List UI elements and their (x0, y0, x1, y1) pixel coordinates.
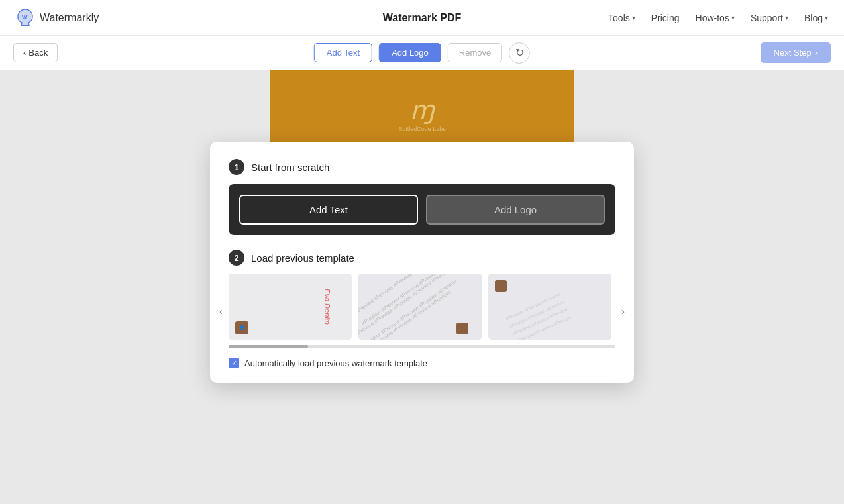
svg-text:W: W (22, 14, 28, 21)
step2-badge: 2 (229, 250, 244, 266)
logo-icon: W (16, 9, 34, 27)
checkbox-check-icon: ✓ (231, 360, 237, 367)
template-scrollbar-thumb (229, 345, 308, 348)
nav-howtos[interactable]: How-tos ▾ (696, 13, 735, 23)
logo-text: Watermarkly (40, 12, 99, 24)
navbar: W Watermarkly Watermark PDF Tools ▾ Pric… (0, 0, 844, 36)
section1-header: 1 Start from scratch (229, 159, 615, 175)
section2-header: 2 Load previous template (229, 250, 615, 266)
next-chevron-icon: › (815, 48, 818, 58)
gallery-arrow-right-icon[interactable]: › (621, 306, 625, 317)
back-chevron-icon: ‹ (23, 48, 26, 58)
nav-tools[interactable]: Tools ▾ (608, 13, 635, 23)
next-step-button[interactable]: Next Step › (761, 42, 831, 63)
popup-card: 1 Start from scratch Add Text Add Logo 2… (210, 142, 634, 383)
logo[interactable]: W Watermarkly (16, 9, 99, 27)
template2-row3: #Preview #Preview #Preview #Preview #Pre… (358, 274, 451, 338)
toolbar-add-text-button[interactable]: Add Text (314, 43, 372, 62)
toolbar-center-actions: Add Text Add Logo Remove ↻ (314, 42, 530, 64)
back-button[interactable]: ‹ Back (13, 43, 58, 62)
section1-label: Start from scratch (251, 162, 329, 173)
auto-load-row: ✓ Automatically load previous watermark … (229, 358, 615, 368)
nav-blog[interactable]: Blog ▾ (804, 13, 828, 23)
step1-badge: 1 (229, 159, 244, 175)
tools-chevron-icon: ▾ (632, 14, 635, 21)
template-gallery: 👤 Eva Denko #Preview #Preview #Preview #… (229, 274, 615, 340)
template-item-3[interactable]: #Preview #Preview #Preview #Preview #Pre… (488, 274, 611, 340)
toolbar-refresh-button[interactable]: ↻ (509, 42, 530, 64)
template3-avatar (495, 280, 507, 292)
template3-watermark: #Preview #Preview #Preview #Preview #Pre… (504, 274, 607, 340)
toolbar-add-logo-button[interactable]: Add Logo (379, 43, 441, 62)
template1-avatar: 👤 (235, 321, 248, 334)
template1-watermark-text: Eva Denko (323, 289, 331, 325)
gallery-arrow-left-icon[interactable]: ‹ (219, 306, 223, 317)
toolbar: ‹ Back Add Text Add Logo Remove ↻ Next S… (0, 36, 844, 70)
support-chevron-icon: ▾ (785, 14, 788, 21)
template2-avatar (456, 323, 468, 334)
action-add-text-button[interactable]: Add Text (239, 195, 418, 225)
pdf-brand-name: BottledCode Labs (398, 126, 446, 132)
howtos-chevron-icon: ▾ (731, 14, 735, 21)
template-gallery-container: ‹ 👤 Eva Denko #Preview #Preview #Preview… (229, 274, 615, 348)
template-item-1[interactable]: 👤 Eva Denko (229, 274, 352, 340)
main-content: ɱ BottledCode Labs October 2059 | Versio… (0, 70, 844, 504)
navbar-links: Tools ▾ Pricing How-tos ▾ Support ▾ Blog… (608, 13, 828, 23)
action-bar: Add Text Add Logo (229, 184, 615, 235)
auto-load-label: Automatically load previous watermark te… (244, 358, 427, 368)
section2-label: Load previous template (251, 252, 354, 264)
blog-chevron-icon: ▾ (825, 14, 828, 21)
template-item-2[interactable]: #Preview #Preview #Preview #Preview #Pre… (358, 274, 482, 340)
template-scrollbar[interactable] (229, 345, 615, 348)
auto-load-checkbox[interactable]: ✓ (229, 358, 239, 368)
navbar-center-title: Watermark PDF (383, 12, 462, 24)
nav-support[interactable]: Support ▾ (751, 13, 788, 23)
pdf-logo-mark: ɱ (410, 95, 435, 125)
refresh-icon: ↻ (515, 46, 524, 59)
toolbar-remove-button[interactable]: Remove (448, 43, 502, 62)
action-add-logo-button[interactable]: Add Logo (426, 195, 605, 225)
nav-pricing[interactable]: Pricing (651, 13, 680, 23)
